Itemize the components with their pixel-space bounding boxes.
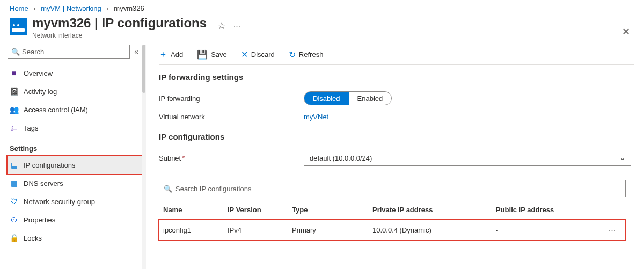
breadcrumb: Home › myVM | Networking › myvm326 — [0, 0, 644, 16]
table-row[interactable]: ipconfig1 IPv4 Primary 10.0.0.4 (Dynamic… — [159, 220, 626, 241]
ip-forwarding-heading: IP forwarding settings — [159, 73, 634, 82]
sidebar-item-locks[interactable]: 🔒Locks — [8, 229, 146, 247]
sidebar-item-label: DNS servers — [24, 179, 63, 187]
cell-name: ipconfig1 — [159, 220, 223, 241]
chevron-right-icon: › — [33, 4, 35, 12]
favorite-icon[interactable]: ☆ — [217, 20, 226, 32]
ip-config-table: Name IP Version Type Private IP address … — [159, 200, 626, 241]
scrollbar-thumb[interactable] — [142, 45, 145, 93]
ip-forwarding-label: IP forwarding — [159, 95, 304, 103]
table-header-row: Name IP Version Type Private IP address … — [159, 200, 626, 220]
add-button[interactable]: ＋Add — [159, 49, 183, 60]
save-button[interactable]: 💾Save — [197, 49, 227, 60]
breadcrumb-current: myvm326 — [114, 4, 144, 12]
save-icon: 💾 — [197, 49, 208, 60]
breadcrumb-home[interactable]: Home — [10, 4, 28, 12]
chevron-down-icon: ⌄ — [620, 154, 625, 162]
col-name[interactable]: Name — [159, 200, 223, 220]
dns-icon: ▤ — [10, 179, 18, 187]
sidebar-section-settings: Settings — [10, 144, 146, 153]
close-icon[interactable]: ✕ — [622, 26, 630, 38]
sidebar-item-label: Activity log — [24, 88, 57, 96]
sidebar-item-label: Overview — [24, 69, 53, 77]
required-icon: * — [182, 154, 185, 162]
sidebar-item-label: Network security group — [24, 198, 95, 206]
sidebar-search-input[interactable]: 🔍 Search — [8, 45, 130, 59]
toolbar: ＋Add 💾Save ✕Discard ↻Refresh — [159, 45, 634, 65]
sidebar-item-label: Properties — [24, 216, 55, 224]
properties-icon: ⏲ — [10, 215, 18, 224]
col-public-ip[interactable]: Public IP address — [492, 200, 604, 220]
toggle-enabled[interactable]: Enabled — [349, 92, 392, 105]
row-more-button[interactable]: ⋯ — [604, 220, 626, 241]
cell-private-ip: 10.0.0.4 (Dynamic) — [368, 220, 492, 241]
sidebar-item-label: Access control (IAM) — [24, 106, 88, 114]
sidebar: 🔍 Search « ■Overview 📓Activity log 👥Acce… — [0, 45, 146, 269]
ip-configurations-heading: IP configurations — [159, 132, 634, 141]
ip-config-search-placeholder: Search IP configurations — [175, 185, 251, 193]
ip-config-search-input[interactable]: 🔍 Search IP configurations — [159, 180, 626, 197]
activity-log-icon: 📓 — [10, 87, 18, 96]
iam-icon: 👥 — [10, 105, 18, 114]
sidebar-item-nsg[interactable]: 🛡Network security group — [8, 192, 146, 211]
discard-label: Discard — [251, 50, 275, 59]
lock-icon: 🔒 — [10, 234, 18, 242]
page-title: myvm326 | IP configurations — [32, 16, 207, 31]
cell-ip-version: IPv4 — [223, 220, 288, 241]
refresh-icon: ↻ — [289, 49, 296, 60]
refresh-label: Refresh — [299, 50, 324, 59]
discard-icon: ✕ — [241, 49, 248, 60]
network-interface-icon — [10, 18, 27, 35]
search-icon: 🔍 — [164, 185, 172, 193]
cell-type: Primary — [288, 220, 368, 241]
shield-icon: 🛡 — [10, 197, 18, 206]
col-type[interactable]: Type — [288, 200, 368, 220]
cell-public-ip: - — [492, 220, 604, 241]
col-private-ip[interactable]: Private IP address — [368, 200, 492, 220]
subnet-select[interactable]: default (10.0.0.0/24) ⌄ — [304, 150, 631, 166]
collapse-sidebar-icon[interactable]: « — [134, 47, 138, 56]
sidebar-item-tags[interactable]: 🏷Tags — [8, 119, 146, 137]
subnet-value: default (10.0.0.0/24) — [310, 154, 372, 162]
ip-config-icon: ▤ — [10, 161, 18, 169]
ip-forwarding-toggle[interactable]: Disabled Enabled — [304, 91, 392, 105]
page-subtitle: Network interface — [32, 32, 207, 39]
search-icon: 🔍 — [11, 48, 20, 56]
overview-icon: ■ — [10, 69, 18, 77]
discard-button[interactable]: ✕Discard — [241, 49, 275, 60]
sidebar-item-iam[interactable]: 👥Access control (IAM) — [8, 100, 146, 119]
sidebar-item-dns-servers[interactable]: ▤DNS servers — [8, 174, 146, 192]
sidebar-item-properties[interactable]: ⏲Properties — [8, 211, 146, 229]
sidebar-scrollbar[interactable] — [142, 45, 146, 269]
sidebar-item-ip-configurations[interactable]: ▤IP configurations — [8, 156, 146, 174]
save-label: Save — [211, 50, 227, 59]
refresh-button[interactable]: ↻Refresh — [289, 49, 324, 60]
sidebar-item-label: Tags — [24, 124, 38, 132]
more-icon[interactable]: ⋯ — [233, 22, 240, 30]
sidebar-item-label: IP configurations — [24, 161, 76, 169]
chevron-right-icon: › — [106, 4, 108, 12]
main-content: ＋Add 💾Save ✕Discard ↻Refresh IP forwardi… — [146, 45, 644, 269]
col-ip-version[interactable]: IP Version — [223, 200, 288, 220]
tags-icon: 🏷 — [10, 124, 18, 132]
sidebar-item-label: Locks — [24, 234, 42, 242]
virtual-network-link[interactable]: myVNet — [304, 113, 328, 121]
plus-icon: ＋ — [159, 49, 167, 60]
breadcrumb-l1[interactable]: myVM | Networking — [41, 4, 101, 12]
toggle-disabled[interactable]: Disabled — [304, 92, 349, 105]
page-header: myvm326 | IP configurations Network inte… — [0, 16, 644, 45]
subnet-label: Subnet* — [159, 154, 304, 162]
sidebar-search-placeholder: Search — [22, 48, 44, 56]
sidebar-item-overview[interactable]: ■Overview — [8, 64, 146, 82]
sidebar-item-activity-log[interactable]: 📓Activity log — [8, 82, 146, 100]
virtual-network-label: Virtual network — [159, 113, 304, 121]
add-label: Add — [171, 50, 183, 59]
